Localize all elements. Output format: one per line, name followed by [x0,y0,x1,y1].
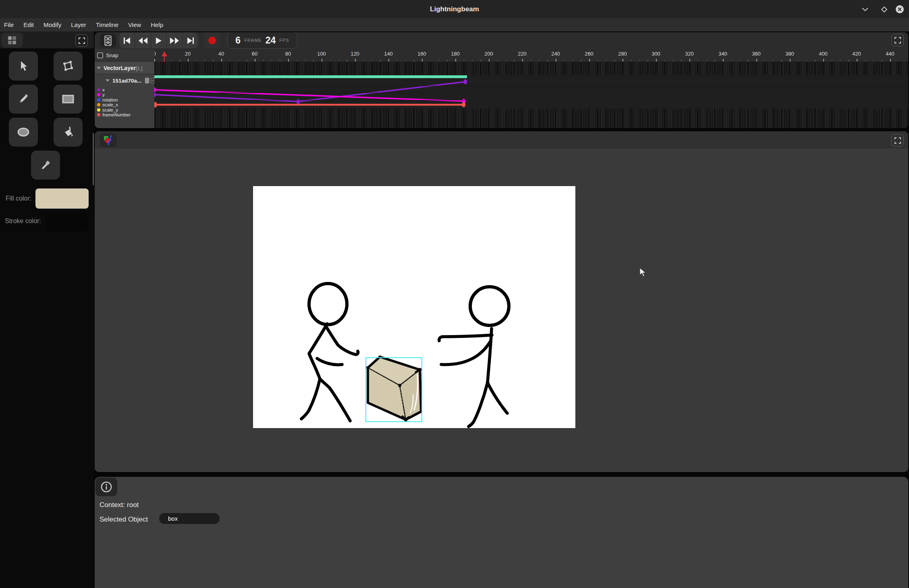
curve-y[interactable] [154,90,464,101]
expand-icon [79,37,85,44]
artboard[interactable] [253,186,575,428]
menu-item-layer[interactable]: Layer [71,21,86,28]
sublayer-name: 151ad70a... [112,78,141,84]
panel-grid-button[interactable] [1,33,23,48]
property-label: x [102,87,105,92]
ruler-tick-major [154,59,155,62]
keyframe-y-0[interactable] [154,87,156,92]
timeline-ruler[interactable]: 0204060801001201401601802002202402602803… [154,49,908,62]
tool-paint-bucket[interactable] [54,118,83,147]
property-row-scale_x[interactable]: scale_x [95,102,154,107]
ruler-tick-major [656,59,657,62]
play-button[interactable] [151,33,167,48]
canvas-panel [95,131,908,472]
property-label: scale_y [102,108,118,112]
curve-row-divider [154,93,908,93]
stroke-color-label: Stroke color: [5,217,41,225]
playhead-line[interactable] [164,56,165,62]
tool-select[interactable] [9,52,38,81]
play-icon [156,37,162,44]
skip-to-start-button[interactable] [119,33,135,48]
close-button[interactable] [895,4,905,14]
tool-ellipse[interactable] [9,118,38,147]
ruler-label-80: 80 [285,51,291,57]
canvas-tab-button[interactable] [100,133,117,147]
record-button[interactable] [204,33,220,48]
film-button[interactable] [100,34,116,48]
skip-end-icon [187,37,195,44]
layer-badge: [L] [136,65,143,71]
expand-icon [894,137,901,144]
layer-row-vectorlayer[interactable]: VectorLayer[L] [95,62,154,74]
snap-checkbox[interactable] [97,52,103,58]
property-row-scale_y[interactable]: scale_y [95,108,154,112]
sublayer-toggle-button[interactable]: ~ [151,78,154,83]
ruler-label-0: 0 [154,51,156,57]
animation-curves-area[interactable] [154,79,908,109]
maximize-button[interactable] [879,4,889,14]
info-button[interactable] [95,478,117,496]
property-row-x[interactable]: x [95,87,154,92]
ruler-label-220: 220 [518,51,527,57]
menu-item-timeline[interactable]: Timeline [96,21,118,28]
selected-object-value[interactable]: box [159,513,220,524]
expand-icon [894,37,901,43]
property-color-dot [97,103,100,106]
ruler-label-180: 180 [451,51,460,57]
tool-transform[interactable] [54,52,83,81]
layer-collapse-triangle[interactable] [97,67,101,69]
rewind-button[interactable] [135,33,151,48]
property-row-y[interactable]: y [95,92,154,97]
fill-color-swatch[interactable] [35,188,89,209]
curve-row-divider [154,86,908,86]
timeline-panel: 6 FRAME 24 FPS Snap VectorLayer[L] 151ad… [95,32,908,128]
sublayer-visibility-button[interactable] [145,78,149,83]
sublayer-collapse-triangle[interactable] [106,79,110,82]
frame-cells-bottom[interactable] [154,109,908,128]
minimize-button[interactable] [860,4,870,14]
layer-row-sublayer[interactable]: 151ad70a... ~ [95,75,154,87]
stick-figure-right [439,287,509,427]
skip-to-end-button[interactable] [183,33,198,48]
menu-item-file[interactable]: File [4,21,14,28]
property-color-dot [97,108,100,112]
menu-item-edit[interactable]: Edit [23,21,34,28]
ruler-tick-major [255,59,255,62]
ruler-label-160: 160 [417,51,426,57]
menu-item-modify[interactable]: Modify [44,21,61,28]
ruler-label-140: 140 [384,51,393,57]
keyframe-x-186[interactable] [463,79,467,84]
ruler-tick-major [288,59,289,62]
ruler-label-260: 260 [585,51,594,57]
tool-panel-scrollbar[interactable] [93,133,94,185]
canvas-expand-button[interactable] [891,134,904,147]
transform-icon [62,60,75,72]
selected-object-label: Selected Object [100,516,148,524]
tool-rectangle[interactable] [54,85,83,114]
menu-item-help[interactable]: Help [151,21,163,28]
property-row-frameNumber[interactable]: frameNumber [95,112,154,117]
stroke-color-swatch[interactable] [46,213,88,231]
ruler-label-60: 60 [252,51,257,57]
title-bar: Lightningbeam [0,0,909,18]
tool-eyedropper[interactable] [31,151,60,180]
ruler-tick-major [522,59,523,62]
property-row-rotation[interactable]: rotation [95,97,154,102]
ruler-label-120: 120 [351,51,359,57]
layer-span-bar[interactable] [154,75,467,78]
frame-cells-top[interactable] [154,62,908,75]
keyframe-frameNumber-0[interactable] [154,102,157,108]
tool-pencil[interactable] [9,85,38,114]
keyframe-frameNumber-185[interactable] [462,102,465,107]
tool-panel-expand-button[interactable] [75,34,88,47]
animation-curves[interactable] [154,79,908,109]
fast-forward-button[interactable] [167,33,183,48]
grid-icon [7,35,17,45]
curve-row-divider [154,100,908,100]
frame-number: 6 [235,35,241,46]
ruler-tick-major [422,59,423,62]
skip-start-icon [123,37,131,44]
ruler-tick-major [723,59,724,62]
timeline-expand-button[interactable] [891,34,904,46]
menu-item-view[interactable]: View [128,21,141,28]
